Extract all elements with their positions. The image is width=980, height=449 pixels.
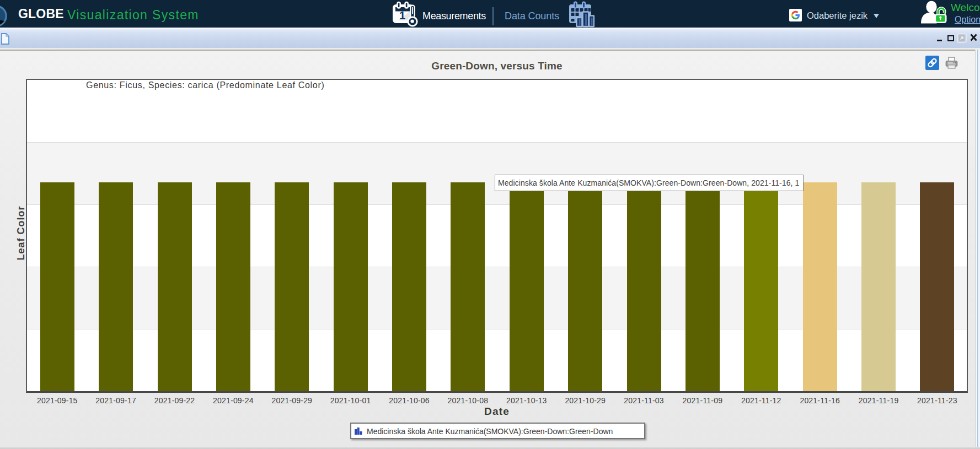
svg-text:1: 1 (399, 9, 405, 21)
